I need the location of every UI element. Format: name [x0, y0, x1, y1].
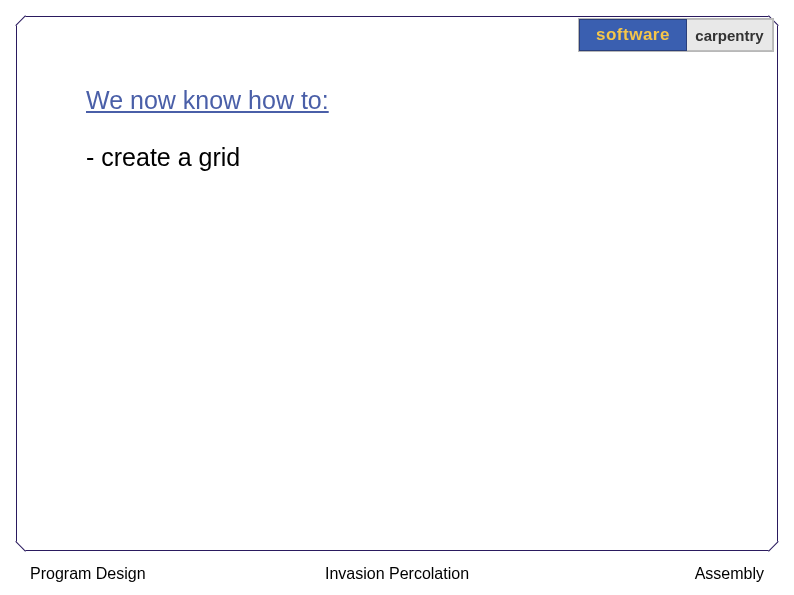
logo-left-text: software	[579, 19, 687, 51]
footer-right: Assembly	[695, 565, 764, 583]
footer-left: Program Design	[30, 565, 146, 583]
logo-software-carpentry: software carpentry	[578, 18, 774, 52]
bullet-item: - create a grid	[86, 143, 734, 172]
slide: software carpentry We now know how to: -…	[0, 0, 794, 595]
footer-center: Invasion Percolation	[325, 565, 469, 583]
slide-footer: Program Design Invasion Percolation Asse…	[30, 565, 764, 583]
slide-content: We now know how to: - create a grid	[86, 86, 734, 172]
logo-right-text: carpentry	[687, 19, 773, 51]
content-heading: We now know how to:	[86, 86, 734, 115]
